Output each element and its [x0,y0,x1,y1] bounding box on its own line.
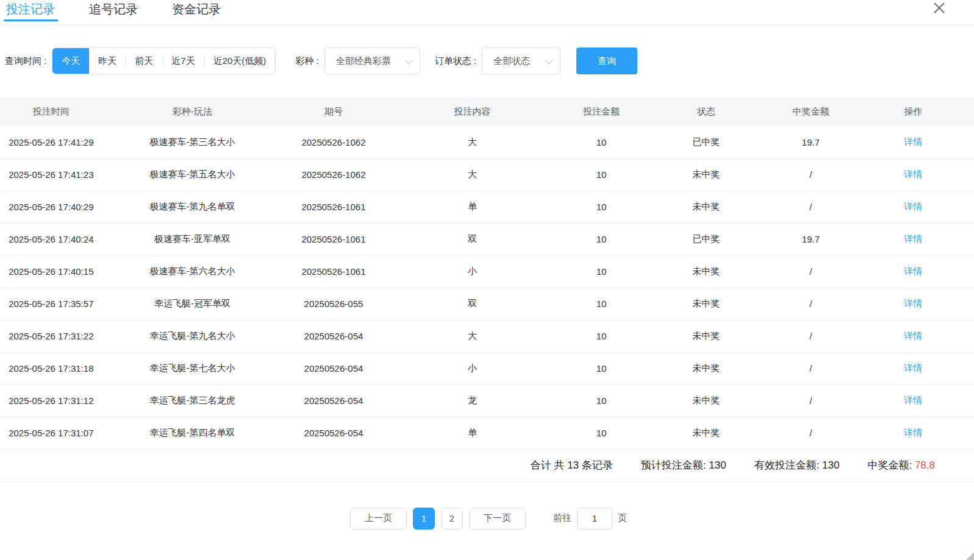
order-status-select-value: 全部状态 [493,55,530,67]
chevron-down-icon [545,56,553,64]
time-option-2[interactable]: 前天 [126,48,162,74]
cell-actions: 详情 [852,385,974,417]
cell-issue: 20250526-1061 [282,223,385,255]
time-filter-label: 查询时间 : [5,55,46,67]
cell-actions: 详情 [852,320,974,352]
table-row: 2025-05-26 17:40:24 极速赛车-亚军单双 20250526-1… [0,223,974,255]
lottery-select[interactable]: 全部经典彩票 [324,48,420,74]
header-actions: 操作 [852,97,974,126]
cell-status: 未中奖 [643,255,770,288]
cell-bet-content: 大 [385,158,560,191]
tab-0[interactable]: 投注记录 [6,0,55,23]
cell-bet-content: 双 [385,288,560,320]
page-unit-label: 页 [618,512,627,524]
detail-link[interactable]: 详情 [904,233,922,244]
header-status: 状态 [643,97,770,126]
cell-bet-amount: 10 [560,158,643,191]
chevron-down-icon [404,56,412,64]
cell-bet-time: 2025-05-26 17:31:18 [0,352,102,385]
detail-link[interactable]: 详情 [904,201,922,211]
cell-bet-time: 2025-05-26 17:40:29 [0,191,102,223]
page-number-2[interactable]: 2 [441,508,463,530]
cell-bet-amount: 10 [560,191,643,223]
header-issue: 期号 [282,97,385,126]
cell-actions: 详情 [852,158,974,191]
cell-bet-amount: 10 [560,255,643,288]
cell-status: 未中奖 [643,320,770,352]
cell-bet-time: 2025-05-26 17:31:22 [0,320,102,352]
page-number-1[interactable]: 1 [413,508,435,530]
table-row: 2025-05-26 17:31:18 幸运飞艇-第七名大小 20250526-… [0,352,974,385]
cell-prize-amount: 19.7 [770,126,853,158]
cell-actions: 详情 [852,255,974,288]
header-bet-content: 投注内容 [385,97,560,126]
summary-total: 合计 共 13 条记录 [531,458,613,472]
cell-bet-time: 2025-05-26 17:41:23 [0,158,102,191]
cell-bet-content: 大 [385,126,560,158]
cell-prize-amount: / [770,255,853,288]
cell-bet-amount: 10 [560,223,643,255]
cell-status: 未中奖 [643,158,770,191]
cell-actions: 详情 [852,191,974,223]
close-icon[interactable] [932,1,947,15]
summary-row: 合计 共 13 条记录 预计投注金额: 130 有效投注金额: 130 中奖金额… [0,450,974,482]
detail-link[interactable]: 详情 [904,169,922,179]
cell-status: 未中奖 [643,352,770,385]
cell-game-play: 幸运飞艇-冠军单双 [102,288,282,320]
lottery-select-value: 全部经典彩票 [336,55,391,67]
cell-status: 未中奖 [643,385,770,417]
cell-bet-content: 小 [385,255,560,288]
table-body: 2025-05-26 17:41:29 极速赛车-第三名大小 20250526-… [0,126,974,449]
cell-game-play: 极速赛车-第六名大小 [102,255,282,288]
cell-game-play: 幸运飞艇-第四名单双 [102,417,282,449]
detail-link[interactable]: 详情 [904,136,922,147]
cell-bet-amount: 10 [560,385,643,417]
cell-actions: 详情 [852,417,974,449]
cell-game-play: 极速赛车-亚军单双 [102,223,282,255]
tab-1[interactable]: 追号记录 [89,0,138,23]
cell-status: 未中奖 [643,288,770,320]
detail-link[interactable]: 详情 [904,266,922,276]
cell-prize-amount: / [770,158,853,191]
cell-status: 已中奖 [643,126,770,158]
cell-game-play: 幸运飞艇-第七名大小 [102,352,282,385]
search-button[interactable]: 查询 [576,48,637,74]
cell-bet-time: 2025-05-26 17:40:15 [0,255,102,288]
table-row: 2025-05-26 17:31:07 幸运飞艇-第四名单双 20250526-… [0,417,974,449]
cell-game-play: 极速赛车-第九名单双 [102,191,282,223]
cell-issue: 20250526-1061 [282,191,385,223]
cell-bet-time: 2025-05-26 17:31:07 [0,417,102,449]
summary-expected-amount: 预计投注金额: 130 [641,458,726,472]
detail-link[interactable]: 详情 [904,395,922,405]
tab-2[interactable]: 资金记录 [172,0,221,23]
table-row: 2025-05-26 17:31:22 幸运飞艇-第九名大小 20250526-… [0,320,974,352]
table-header-row: 投注时间 彩种-玩法 期号 投注内容 投注金额 状态 中奖金额 操作 [0,97,974,126]
cell-bet-amount: 10 [560,417,643,449]
cell-status: 未中奖 [643,417,770,449]
cell-actions: 详情 [852,352,974,385]
cell-bet-time: 2025-05-26 17:31:12 [0,385,102,417]
cell-issue: 20250526-054 [282,385,385,417]
table-row: 2025-05-26 17:31:12 幸运飞艇-第三名龙虎 20250526-… [0,385,974,417]
time-option-3[interactable]: 近7天 [162,48,204,74]
header-game-play: 彩种-玩法 [102,97,282,126]
summary-valid-amount: 有效投注金额: 130 [754,458,840,472]
detail-link[interactable]: 详情 [904,298,922,308]
goto-page-input[interactable] [577,508,612,530]
order-status-select[interactable]: 全部状态 [482,48,560,74]
cell-issue: 20250526-054 [282,417,385,449]
prev-page-button[interactable]: 上一页 [350,508,407,530]
cell-bet-time: 2025-05-26 17:40:24 [0,223,102,255]
table-row: 2025-05-26 17:41:29 极速赛车-第三名大小 20250526-… [0,126,974,158]
time-option-1[interactable]: 昨天 [89,48,126,74]
time-option-4[interactable]: 近20天(低频) [204,48,276,74]
detail-link[interactable]: 详情 [904,330,922,341]
goto-label: 前往 [553,512,571,524]
next-page-button[interactable]: 下一页 [469,508,526,530]
detail-link[interactable]: 详情 [904,363,922,373]
time-option-0[interactable]: 今天 [52,48,89,74]
cell-bet-amount: 10 [560,288,643,320]
cell-game-play: 极速赛车-第五名大小 [102,158,282,191]
resize-corner-handle[interactable] [966,552,974,560]
detail-link[interactable]: 详情 [904,427,922,438]
